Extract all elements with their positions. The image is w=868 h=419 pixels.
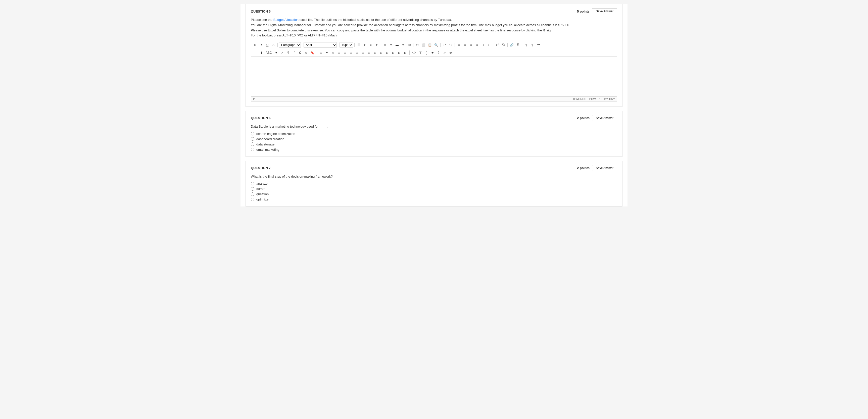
- question-7-option-3[interactable]: question: [251, 192, 617, 196]
- question-5-save-button[interactable]: Save Answer: [592, 8, 617, 14]
- question-7-option-1[interactable]: analyze: [251, 182, 617, 185]
- emoji-button[interactable]: ☺: [304, 50, 309, 56]
- pagebreak-button[interactable]: ⊤: [418, 50, 423, 56]
- question-7-radio-4[interactable]: [251, 198, 254, 201]
- subscript-button[interactable]: X2: [501, 42, 506, 48]
- font-color-chevron-button[interactable]: ▾: [388, 42, 394, 48]
- redo-button[interactable]: ↪: [448, 42, 453, 48]
- numbered-list-button[interactable]: ≡: [368, 42, 373, 48]
- question-6-option-2[interactable]: dashboard creation: [251, 137, 617, 141]
- question-6-radio-2[interactable]: [251, 137, 254, 141]
- table-options-4[interactable]: ⊟: [354, 50, 360, 56]
- indent-button[interactable]: ⇥: [480, 42, 486, 48]
- table-options-11[interactable]: ⊟: [397, 50, 402, 56]
- question-5-block: QUESTION 5 5 points Save Answer Please s…: [246, 4, 622, 107]
- font-size-select[interactable]: 10pt 12pt 14pt: [340, 42, 353, 48]
- sep10: [507, 43, 508, 47]
- numbered-list-chevron-button[interactable]: ▾: [374, 42, 379, 48]
- fullscreen-button[interactable]: ⤢: [442, 50, 447, 56]
- question-7-option-4[interactable]: optimize: [251, 197, 617, 201]
- underline-button[interactable]: U: [265, 42, 270, 48]
- checkmark-button[interactable]: ✓: [279, 50, 285, 56]
- italic-button[interactable]: I: [258, 42, 264, 48]
- spellcheck-button[interactable]: ABC: [265, 50, 273, 56]
- align-justify-button[interactable]: ≡: [474, 42, 480, 48]
- bullet-list-button[interactable]: ☰: [356, 42, 361, 48]
- table-chevron-button[interactable]: ▾: [324, 50, 330, 56]
- delete-table-button[interactable]: ✕: [330, 50, 336, 56]
- editor-content-area[interactable]: [251, 57, 617, 97]
- table-options-5[interactable]: ⊟: [360, 50, 366, 56]
- align-center-button[interactable]: ≡: [462, 42, 468, 48]
- copy-button[interactable]: ⬜: [421, 42, 427, 48]
- highlight-chevron-button[interactable]: ▾: [400, 42, 406, 48]
- omega-button[interactable]: Ω: [298, 50, 303, 56]
- bookmark-button[interactable]: 🔖: [310, 50, 315, 56]
- question-5-line4: For the toolbar, press ALT+F10 (PC) or A…: [251, 33, 617, 38]
- strikethrough-button[interactable]: S: [271, 42, 276, 48]
- unlink-button[interactable]: ⛓: [515, 42, 521, 48]
- paste-button[interactable]: 📋: [427, 42, 433, 48]
- question-6-text: Data Studio is a marketing technology us…: [251, 124, 617, 129]
- question-7-save-button[interactable]: Save Answer: [592, 165, 617, 171]
- question-6-option-2-label: dashboard creation: [256, 137, 284, 141]
- question-6-save-button[interactable]: Save Answer: [592, 115, 617, 121]
- editor-cursor-position: P: [253, 97, 255, 100]
- table-options-6[interactable]: ⊟: [366, 50, 372, 56]
- outdent-button[interactable]: ⇤: [486, 42, 492, 48]
- code-button[interactable]: </>: [411, 50, 417, 56]
- bullet-list-chevron-button[interactable]: ▾: [362, 42, 367, 48]
- help-button[interactable]: ?: [436, 50, 441, 56]
- question-6-option-3[interactable]: data storage: [251, 142, 617, 146]
- question-6-radio-3[interactable]: [251, 142, 254, 146]
- horizontal-rule-button[interactable]: —: [253, 50, 258, 56]
- preview-button[interactable]: 👁: [430, 50, 435, 56]
- table-options-1[interactable]: ⊟: [336, 50, 342, 56]
- clear-format-button[interactable]: T×: [406, 42, 412, 48]
- table-button[interactable]: ⊞: [318, 50, 324, 56]
- table-options-10[interactable]: ⊟: [391, 50, 396, 56]
- more-button[interactable]: •••: [535, 42, 541, 48]
- question-6-option-1[interactable]: search engine optimization: [251, 132, 617, 136]
- link-button[interactable]: 🔗: [509, 42, 515, 48]
- pilcrow-button[interactable]: ¶: [529, 42, 535, 48]
- budget-allocation-link[interactable]: Budget Allocation: [273, 18, 299, 22]
- align-right-button[interactable]: ≡: [468, 42, 474, 48]
- superscript-button[interactable]: X2: [495, 42, 500, 48]
- question-5-line2: You are the Digital Marketing Manager fo…: [251, 23, 617, 28]
- cut-button[interactable]: ✂: [415, 42, 420, 48]
- table-options-12[interactable]: ⊟: [403, 50, 408, 56]
- add-button[interactable]: ⊕: [448, 50, 453, 56]
- question-6-option-4[interactable]: email marketing: [251, 148, 617, 152]
- align-left-button[interactable]: ≡: [456, 42, 462, 48]
- spellcheck-chevron-button[interactable]: ▾: [273, 50, 279, 56]
- table-options-7[interactable]: ⊟: [372, 50, 378, 56]
- question-7-option-2[interactable]: curate: [251, 187, 617, 191]
- question-6-meta: 2 points Save Answer: [577, 115, 617, 121]
- question-6-radio-1[interactable]: [251, 132, 254, 135]
- question-7-radio-2[interactable]: [251, 187, 254, 191]
- highlight-button[interactable]: ▬: [394, 42, 400, 48]
- font-color-button[interactable]: A: [382, 42, 388, 48]
- question-7-radio-3[interactable]: [251, 192, 254, 196]
- question-7-block: QUESTION 7 2 points Save Answer What is …: [246, 161, 622, 207]
- table-options-2[interactable]: ⊟: [342, 50, 348, 56]
- sep1: [277, 43, 278, 47]
- question-7-title: QUESTION 7: [251, 166, 271, 170]
- blockquote-button[interactable]: ": [291, 50, 297, 56]
- question-6-radio-4[interactable]: [251, 148, 254, 151]
- table-options-8[interactable]: ⊟: [378, 50, 384, 56]
- codeblock-button[interactable]: {}: [424, 50, 429, 56]
- upload-button[interactable]: ⬆: [258, 50, 264, 56]
- show-blocks-button[interactable]: ¶: [524, 42, 529, 48]
- table-options-9[interactable]: ⊟: [384, 50, 390, 56]
- format-style-select[interactable]: Paragraph Heading 1 Heading 2: [279, 42, 301, 48]
- question-7-radio-1[interactable]: [251, 182, 254, 185]
- undo-button[interactable]: ↩: [442, 42, 447, 48]
- question-5-text: Please see the Budget Allocation excel f…: [251, 17, 617, 38]
- paragraph-mark-button[interactable]: ¶: [285, 50, 291, 56]
- font-name-select[interactable]: Arial Times New Roman Courier New: [304, 42, 337, 48]
- find-button[interactable]: 🔍: [433, 42, 439, 48]
- table-options-3[interactable]: ⊟: [348, 50, 354, 56]
- bold-button[interactable]: B: [253, 42, 258, 48]
